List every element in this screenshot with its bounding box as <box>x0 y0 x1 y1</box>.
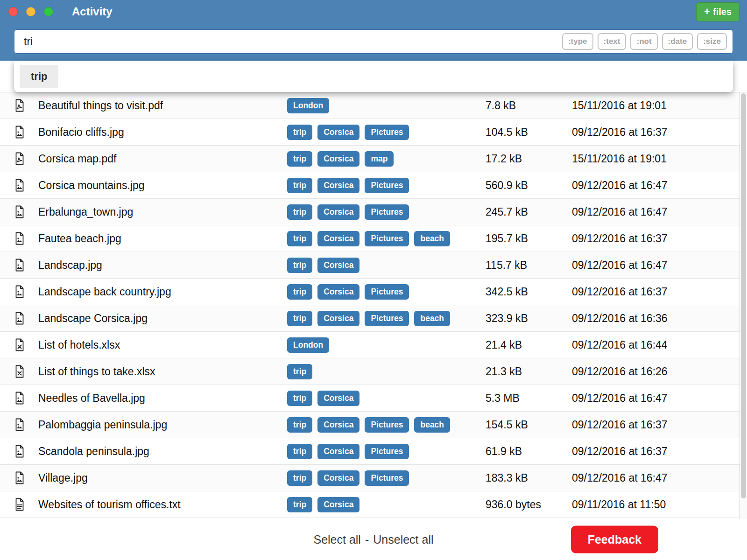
tag-badge[interactable]: Corsica <box>317 151 359 167</box>
tag-badge[interactable]: beach <box>414 311 450 326</box>
tag-badge[interactable]: trip <box>287 364 312 379</box>
image-file-icon <box>14 312 38 325</box>
tag-list: tripCorsicaPictures <box>287 444 486 459</box>
tag-badge[interactable]: Pictures <box>365 311 409 326</box>
file-date: 15/11/2016 at 19:01 <box>572 99 740 112</box>
file-size: 7.8 kB <box>486 99 572 112</box>
feedback-button[interactable]: Feedback <box>571 526 658 553</box>
file-row[interactable]: List of things to take.xlsxtrip21.3 kB09… <box>0 358 740 385</box>
tag-list: tripCorsicaPictures <box>287 178 486 193</box>
pdf-file-icon <box>14 99 38 112</box>
file-row[interactable]: Needles of Bavella.jpgtripCorsica5.3 MB0… <box>0 385 740 412</box>
file-name: Village.jpg <box>38 472 287 484</box>
file-row[interactable]: Palombaggia peninsula.jpgtripCorsicaPict… <box>0 412 740 438</box>
close-button[interactable] <box>8 7 18 16</box>
file-date: 09/12/2016 at 16:37 <box>572 419 740 431</box>
file-row[interactable]: Bonifacio cliffs.jpgtripCorsicaPictures1… <box>0 119 740 146</box>
select-all-link[interactable]: Select all <box>313 533 360 546</box>
file-name: Landscape back country.jpg <box>38 286 287 298</box>
tag-badge[interactable]: Corsica <box>317 284 359 300</box>
tag-badge[interactable]: map <box>365 151 394 167</box>
tag-badge[interactable]: Pictures <box>365 231 409 246</box>
search-input[interactable] <box>24 35 562 48</box>
file-name: Erbalunga_town.jpg <box>38 206 287 218</box>
tag-badge[interactable]: Corsica <box>317 391 359 406</box>
add-files-button[interactable]: + files <box>696 2 740 21</box>
scrollbar-thumb[interactable] <box>741 93 746 498</box>
tag-list: London <box>287 337 486 353</box>
file-row[interactable]: Erbalunga_town.jpgtripCorsicaPictures245… <box>0 199 740 225</box>
tag-badge[interactable]: trip <box>287 284 312 300</box>
suggestion-item-trip[interactable]: trip <box>20 65 58 88</box>
tag-badge[interactable]: Corsica <box>317 497 359 512</box>
tag-badge[interactable]: beach <box>414 231 450 246</box>
file-date: 09/12/2016 at 16:47 <box>572 392 740 405</box>
file-size: 61.9 kB <box>486 445 572 458</box>
filter-date-button[interactable]: :date <box>662 33 693 50</box>
file-row[interactable]: Landscape Corsica.jpgtripCorsicaPictures… <box>0 305 740 332</box>
file-size: 17.2 kB <box>486 153 572 165</box>
tag-badge[interactable]: Pictures <box>365 470 409 486</box>
file-row[interactable]: Landscap.jpgtripCorsica115.7 kB09/12/201… <box>0 252 740 279</box>
tag-badge[interactable]: trip <box>287 470 312 486</box>
filter-chips: :type :text :not :date :size <box>562 33 727 50</box>
tag-badge[interactable]: trip <box>287 497 312 512</box>
tag-badge[interactable]: trip <box>287 444 312 459</box>
tag-badge[interactable]: trip <box>287 204 312 220</box>
file-size: 245.7 kB <box>486 206 572 218</box>
tag-badge[interactable]: trip <box>287 311 312 326</box>
window-title: Activity <box>72 5 113 18</box>
tag-badge[interactable]: trip <box>287 125 312 140</box>
tag-badge[interactable]: trip <box>287 417 312 433</box>
filter-type-button[interactable]: :type <box>562 33 593 50</box>
tag-badge[interactable]: Corsica <box>317 417 359 433</box>
file-row[interactable]: Scandola peninsula.jpgtripCorsicaPicture… <box>0 438 740 465</box>
tag-badge[interactable]: trip <box>287 151 312 167</box>
tag-list: tripCorsica <box>287 391 486 406</box>
tag-badge[interactable]: Pictures <box>365 204 409 220</box>
minimize-button[interactable] <box>26 7 35 16</box>
tag-badge[interactable]: trip <box>287 391 312 406</box>
zoom-button[interactable] <box>44 7 53 16</box>
tag-badge[interactable]: Corsica <box>317 258 359 273</box>
tag-badge[interactable]: trip <box>287 258 312 273</box>
filter-text-button[interactable]: :text <box>598 33 627 50</box>
file-row[interactable]: Landscape back country.jpgtripCorsicaPic… <box>0 279 740 305</box>
file-name: Landscap.jpg <box>38 259 287 272</box>
tag-badge[interactable]: Pictures <box>365 178 409 193</box>
tag-badge[interactable]: Corsica <box>317 470 359 486</box>
file-row[interactable]: Village.jpgtripCorsicaPictures183.3 kB09… <box>0 465 740 491</box>
file-row[interactable]: Corsica map.pdftripCorsicamap17.2 kB15/1… <box>0 146 740 172</box>
file-row[interactable]: Beautiful things to visit.pdfLondon7.8 k… <box>0 92 740 119</box>
tag-badge[interactable]: London <box>287 98 329 113</box>
tag-badge[interactable]: Pictures <box>365 125 409 140</box>
text-file-icon <box>14 498 38 511</box>
image-file-icon <box>14 205 38 218</box>
file-row[interactable]: List of hotels.xlsxLondon21.4 kB09/12/20… <box>0 332 740 358</box>
tag-badge[interactable]: Pictures <box>365 417 409 433</box>
file-row[interactable]: Websites of tourism offices.txttripCorsi… <box>0 491 740 518</box>
tag-badge[interactable]: Corsica <box>317 204 359 220</box>
image-file-icon <box>14 179 38 192</box>
tag-badge[interactable]: trip <box>287 178 312 193</box>
unselect-all-link[interactable]: Unselect all <box>373 533 433 546</box>
file-name: Scandola peninsula.jpg <box>38 445 287 458</box>
tag-badge[interactable]: Corsica <box>317 231 359 246</box>
tag-list: tripCorsicaPicturesbeach <box>287 417 486 433</box>
tag-badge[interactable]: beach <box>414 417 450 433</box>
scrollbar-track[interactable] <box>740 92 747 519</box>
filter-size-button[interactable]: :size <box>697 33 727 50</box>
tag-badge[interactable]: Corsica <box>317 125 359 140</box>
image-file-icon <box>14 259 38 272</box>
filter-not-button[interactable]: :not <box>630 33 657 50</box>
file-row[interactable]: Corsica mountains.jpgtripCorsicaPictures… <box>0 172 740 199</box>
file-row[interactable]: Fautea beach.jpgtripCorsicaPicturesbeach… <box>0 225 740 252</box>
tag-badge[interactable]: Corsica <box>317 311 359 326</box>
tag-badge[interactable]: Pictures <box>365 444 409 459</box>
tag-badge[interactable]: London <box>287 337 329 353</box>
tag-badge[interactable]: trip <box>287 231 312 246</box>
file-size: 5.3 MB <box>486 392 572 405</box>
tag-badge[interactable]: Corsica <box>317 444 359 459</box>
tag-badge[interactable]: Corsica <box>317 178 359 193</box>
tag-badge[interactable]: Pictures <box>365 284 409 300</box>
